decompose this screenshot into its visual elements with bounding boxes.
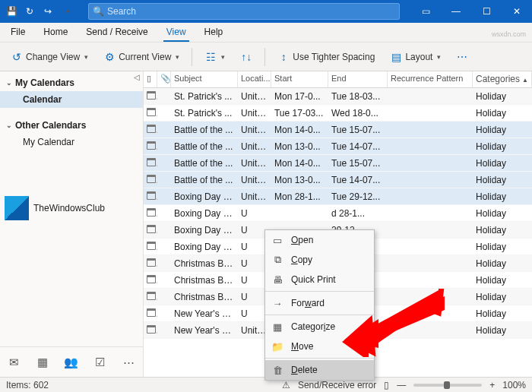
table-row[interactable]: Battle of the ...Unite...Mon 13-0...Tue … xyxy=(144,138,532,155)
separator xyxy=(264,48,265,66)
maximize-icon[interactable]: ☐ xyxy=(471,0,502,23)
tighter-label: Use Tighter Spacing xyxy=(293,52,375,62)
more-button[interactable]: ⋯ xyxy=(451,49,473,65)
categorize-icon: ▦ xyxy=(271,321,283,333)
zoom-plus-icon[interactable]: + xyxy=(489,380,495,390)
row-subject: St. Patrick's ... xyxy=(171,91,238,102)
sort-button[interactable]: ↑↓ xyxy=(236,49,257,65)
search-icon: 🔍 xyxy=(89,6,107,17)
calendar-icon[interactable]: ▦ xyxy=(32,356,53,369)
spacing-icon: ↕ xyxy=(277,51,290,63)
row-location: Unite... xyxy=(238,191,271,202)
row-start: Mon 13-0... xyxy=(271,141,328,152)
ctx-move[interactable]: 📁Move▸ xyxy=(265,337,374,356)
status-error[interactable]: Send/Receive error xyxy=(298,380,376,390)
row-start: Mon 17-0... xyxy=(271,91,328,102)
change-view-icon: ↺ xyxy=(11,51,23,63)
current-view-label: Current View xyxy=(119,52,171,62)
col-icon[interactable]: ▯ xyxy=(144,71,157,87)
change-view-button[interactable]: ↺ Change View ▾ xyxy=(6,49,93,65)
search-box[interactable]: 🔍 Search xyxy=(88,3,400,20)
sidebar-group-other-calendars[interactable]: ⌄ Other Calendars xyxy=(0,117,143,134)
tab-help[interactable]: Help xyxy=(201,24,226,42)
people-icon[interactable]: 👥 xyxy=(61,356,82,369)
tighter-spacing-button[interactable]: ↕ Use Tighter Spacing xyxy=(273,49,379,65)
sidebar-item-calendar[interactable]: Calendar xyxy=(0,91,143,108)
ctx-quick-print[interactable]: 🖶Quick Print xyxy=(265,270,374,289)
layout-button[interactable]: ▤ Layout ▾ xyxy=(385,49,445,65)
row-subject: New Year's D... xyxy=(171,325,238,336)
row-icon xyxy=(144,258,157,269)
row-category: Holiday xyxy=(473,191,532,202)
table-row[interactable]: St. Patrick's ...Unite...Mon 17-0...Tue … xyxy=(144,88,532,105)
row-icon xyxy=(144,125,157,135)
layout-label: Layout xyxy=(405,52,432,62)
sidebar-item-my-calendar[interactable]: My Calendar xyxy=(0,134,143,150)
more-icon[interactable]: ⋯ xyxy=(118,356,139,369)
current-view-button[interactable]: ⚙ Current View ▾ xyxy=(99,49,184,65)
col-end[interactable]: End xyxy=(328,71,388,87)
mail-icon[interactable]: ✉ xyxy=(4,356,25,369)
row-subject: Boxing Day B... xyxy=(171,225,238,236)
qa-dropdown-icon[interactable]: ▾ xyxy=(61,5,74,18)
separator xyxy=(192,48,192,66)
view-icon[interactable]: ▯ xyxy=(384,380,389,390)
ribbon-display-icon[interactable]: ▭ xyxy=(410,0,441,23)
redo-icon[interactable]: ↪ xyxy=(41,5,55,18)
table-row[interactable]: Battle of the ...Unite...Mon 13-0...Tue … xyxy=(144,172,532,188)
tasks-icon[interactable]: ☑ xyxy=(90,356,111,369)
col-subject[interactable]: Subject xyxy=(171,71,238,87)
row-location: Unite... xyxy=(238,141,271,152)
tab-view[interactable]: View xyxy=(163,24,189,42)
ctx-copy[interactable]: ⧉Copy xyxy=(265,250,374,270)
sidebar-group-my-calendars[interactable]: ⌄ My Calendars xyxy=(0,74,143,91)
minimize-icon[interactable]: — xyxy=(441,0,471,23)
col-location[interactable]: Locati... xyxy=(238,71,271,87)
row-end: Tue 15-07... xyxy=(328,125,388,135)
save-icon[interactable]: 💾 xyxy=(5,5,18,18)
col-categories[interactable]: Categories ▲ xyxy=(473,71,532,87)
zoom-slider[interactable] xyxy=(413,384,482,387)
row-location: U xyxy=(238,208,271,219)
layout-icon: ▤ xyxy=(390,51,402,63)
close-icon[interactable]: ✕ xyxy=(502,0,532,23)
forward-icon: → xyxy=(271,298,283,309)
table-row[interactable]: Battle of the ...Unite...Mon 14-0...Tue … xyxy=(144,122,532,138)
ctx-delete[interactable]: 🗑Delete xyxy=(265,360,374,380)
chevron-down-icon: ⌄ xyxy=(6,79,12,87)
row-subject: Boxing Day B... xyxy=(171,208,238,219)
row-icon xyxy=(144,141,157,152)
col-start[interactable]: Start xyxy=(271,71,328,87)
ctx-categorize[interactable]: ▦Categorize▸ xyxy=(265,317,374,337)
table-row[interactable]: Boxing Day B...Unite...Mon 28-1...Tue 29… xyxy=(144,188,532,205)
row-category: Holiday xyxy=(473,258,532,269)
row-category: Holiday xyxy=(473,141,532,152)
ctx-open[interactable]: ▭Open xyxy=(265,230,374,250)
chevron-right-icon: ▸ xyxy=(364,343,368,350)
row-category: Holiday xyxy=(473,108,532,119)
grid-header: ▯ 📎 Subject Locati... Start End Recurren… xyxy=(144,71,532,88)
tab-send-receive[interactable]: Send / Receive xyxy=(83,24,150,42)
row-icon xyxy=(144,175,157,185)
col-recurrence[interactable]: Recurrence Pattern xyxy=(388,71,473,87)
chevron-down-icon: ▾ xyxy=(84,53,88,61)
collapse-pane-icon[interactable]: ◁ xyxy=(134,73,140,81)
table-row[interactable]: Boxing Day B...Ud 28-1...Holiday xyxy=(144,205,532,222)
row-start: Mon 13-0... xyxy=(271,175,328,185)
ribbon: ↺ Change View ▾ ⚙ Current View ▾ ☷▾ ↑↓ ↕… xyxy=(0,43,532,71)
table-row[interactable]: Battle of the ...Unite...Mon 14-0...Tue … xyxy=(144,155,532,172)
chevron-right-icon: ▸ xyxy=(364,323,368,330)
row-start: Tue 17-03... xyxy=(271,108,328,119)
chevron-down-icon: ▾ xyxy=(176,53,179,61)
table-row[interactable]: St. Patrick's ...Unite...Tue 17-03...Wed… xyxy=(144,105,532,122)
tab-file[interactable]: File xyxy=(8,24,28,42)
tab-home[interactable]: Home xyxy=(40,24,71,42)
ctx-forward[interactable]: →Forward xyxy=(265,293,374,313)
columns-button[interactable]: ☷▾ xyxy=(200,49,230,65)
chevron-down-icon: ▾ xyxy=(437,53,441,61)
undo-icon[interactable]: ↻ xyxy=(23,5,36,18)
group-label: Other Calendars xyxy=(15,120,86,131)
row-category: Holiday xyxy=(473,308,532,319)
row-subject: Boxing Day B... xyxy=(171,191,238,202)
col-attachment[interactable]: 📎 xyxy=(157,71,171,87)
